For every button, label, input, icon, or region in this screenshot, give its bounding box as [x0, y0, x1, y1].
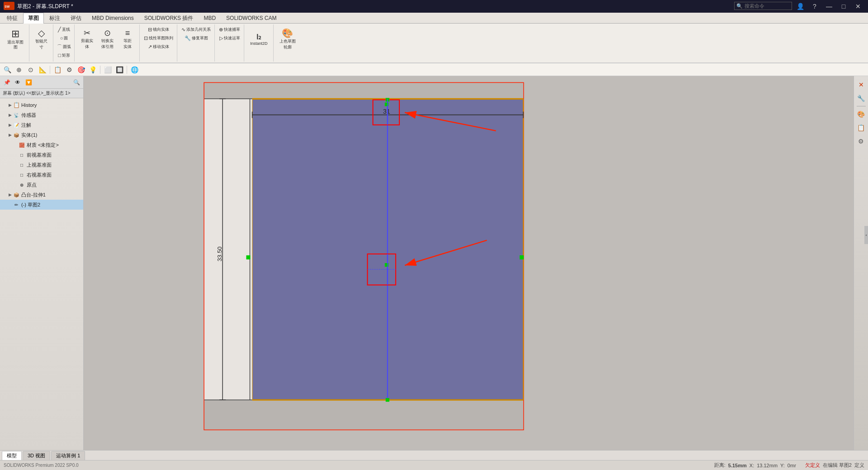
- sensor-icon: 📡: [13, 111, 20, 119]
- quick-group: ⊕ 快速捕草 ▷ 快速运草: [215, 24, 244, 62]
- exit-sketch-group: ⊞ 退出草图图: [2, 24, 29, 62]
- svg-text:33.50: 33.50: [216, 246, 223, 261]
- quick-snap-button[interactable]: ⊕ 快速捕草: [217, 25, 242, 34]
- tab-features[interactable]: 特征: [2, 13, 23, 24]
- sketch2-icon: ✏: [13, 201, 20, 208]
- exit-sketch-button[interactable]: ⊞ 退出草图图: [5, 25, 26, 53]
- svg-rect-36: [520, 255, 524, 259]
- circle-button[interactable]: ○ 圆: [56, 34, 72, 42]
- search-box[interactable]: 🔍: [734, 2, 792, 10]
- instant2d-group: I₂ Instant2D: [245, 24, 274, 62]
- origin-icon: ⊕: [18, 181, 25, 188]
- view-orient-button[interactable]: 🔍: [2, 65, 13, 75]
- svg-rect-35: [246, 255, 250, 259]
- canvas-area[interactable]: 31 33.50: [84, 76, 854, 450]
- status-bar: SOLIDWORKS Premium 2022 SP0.0 距离: 5.15mm…: [0, 460, 868, 470]
- tab-model[interactable]: 模型: [2, 451, 22, 460]
- tree-item-solid[interactable]: ▶ 📦 实体(1): [0, 130, 83, 140]
- tab-motion[interactable]: 运动算例 1: [51, 451, 85, 460]
- view-sep-1: [50, 66, 50, 74]
- tab-mbd-dimensions[interactable]: MBD Dimensions: [87, 13, 139, 23]
- view-layers-button[interactable]: 📋: [52, 65, 63, 75]
- tree-item-front[interactable]: □ 前视基准面: [0, 150, 83, 160]
- tree-item-sketch2[interactable]: ✏ (-) 草图2: [0, 200, 83, 210]
- svg-rect-10: [204, 400, 523, 429]
- view-toolbar: 🔍 ⊕ ⊙ 📐 📋 ⚙ 🎯 💡 ⬜ 🔲 🌐: [0, 63, 868, 76]
- history-icon: 📋: [13, 101, 20, 109]
- front-plane-icon: □: [18, 151, 25, 158]
- sw-version: SOLIDWORKS Premium 2022 SP0.0: [4, 463, 79, 468]
- minimize-button[interactable]: —: [823, 2, 835, 11]
- tree-item-material[interactable]: 🧱 材质 <未指定>: [0, 140, 83, 150]
- mirror-icon: ⊟: [148, 27, 152, 33]
- view-measure-button[interactable]: 📐: [37, 65, 48, 75]
- tree-item-boss[interactable]: ▶ 📦 凸台-拉伸1: [0, 190, 83, 200]
- tree-item-top[interactable]: □ 上视基准面: [0, 160, 83, 170]
- view-light-button[interactable]: 💡: [87, 65, 98, 75]
- view-display-button[interactable]: ⬜: [102, 65, 113, 75]
- rp-gear-button[interactable]: ⚙: [855, 135, 867, 147]
- main-area: 📌 👁 🔽 🔍 屏幕 (默认) <<默认>_显示状态 1> ▶ 📋 Histor…: [0, 76, 868, 450]
- offset-button[interactable]: ≡ 等距实体: [118, 25, 138, 53]
- view-target-button[interactable]: 🎯: [76, 65, 86, 75]
- right-plane-icon: □: [18, 171, 25, 178]
- tab-3d-view[interactable]: 3D 视图: [23, 451, 50, 460]
- rp-settings-button[interactable]: 🔧: [855, 92, 867, 104]
- rp-close-button[interactable]: ✕: [855, 79, 867, 91]
- rp-color-button[interactable]: 🎨: [855, 108, 867, 120]
- quick-run-button[interactable]: ▷ 快速运草: [217, 34, 242, 42]
- rp-clip-button[interactable]: 📋: [855, 122, 867, 134]
- sidebar-filter-button[interactable]: 🔽: [24, 78, 33, 87]
- relations-group: ∿ 添加几何关系 🔧 修复草图: [178, 24, 215, 62]
- tab-sw-plugins[interactable]: SOLIDWORKS 插件: [139, 13, 199, 24]
- view-settings-button[interactable]: ⚙: [64, 65, 75, 75]
- close-button[interactable]: ✕: [852, 2, 864, 11]
- tab-mbd[interactable]: MBD: [199, 13, 221, 23]
- instant2d-button[interactable]: I₂ Instant2D: [247, 25, 270, 53]
- tree-item-sensor[interactable]: ▶ 📡 传感器: [0, 110, 83, 120]
- linear-array-button[interactable]: ⊡ 线性草图阵列: [142, 34, 175, 42]
- add-relations-button[interactable]: ∿ 添加几何关系: [180, 25, 213, 34]
- trim-button[interactable]: ✂ 剪裁实体: [77, 25, 97, 53]
- view-zoom-button[interactable]: ⊕: [14, 65, 24, 75]
- color-sketch-icon: 🎨: [282, 28, 293, 38]
- view-grid-button[interactable]: 🔲: [114, 65, 125, 75]
- y-value: 0mr: [787, 463, 796, 468]
- rect-button[interactable]: □ 矩形: [56, 51, 72, 59]
- user-icon[interactable]: 👤: [794, 2, 806, 11]
- sidebar-eye-button[interactable]: 👁: [13, 78, 23, 87]
- maximize-button[interactable]: □: [837, 2, 850, 11]
- tree-item-notes[interactable]: ▶ 📝 注解: [0, 120, 83, 130]
- repair-sketch-button[interactable]: 🔧 修复草图: [180, 34, 213, 42]
- color-sketch-button[interactable]: 🎨 上色草图轮廓: [277, 25, 299, 53]
- tab-evaluate[interactable]: 评估: [66, 13, 86, 24]
- tab-sw-cam[interactable]: SOLIDWORKS CAM: [221, 13, 281, 23]
- view-pan-button[interactable]: ⊙: [25, 65, 36, 75]
- convert-button[interactable]: ⊙ 转换实体引用: [97, 25, 117, 53]
- help-icon[interactable]: ?: [808, 2, 821, 11]
- tree-item-origin[interactable]: ⊕ 原点: [0, 180, 83, 190]
- draw-tools-group: ╱ 直线 ○ 圆 ⌒ 圆弧 □ 矩形: [54, 24, 75, 62]
- move-entity-button[interactable]: ↗ 移动实体: [142, 43, 175, 51]
- sidebar-pin-button[interactable]: 📌: [2, 78, 12, 87]
- smart-dim-group: ◇ 智能尺寸: [30, 24, 53, 62]
- color-sketch-group: 🎨 上色草图轮廓: [274, 24, 301, 62]
- view-scene-button[interactable]: 🌐: [129, 65, 140, 75]
- search-input[interactable]: [745, 3, 790, 9]
- tree-item-history[interactable]: ▶ 📋 History: [0, 100, 83, 110]
- tab-sketch[interactable]: 草图: [23, 13, 44, 24]
- feature-tree: ▶ 📋 History ▶ 📡 传感器 ▶ 📝 注解 ▶ 📦 实体(1): [0, 98, 83, 450]
- status-section-center: 距离: 5.15mm X: 13.12mm Y: 0mr: [714, 462, 796, 469]
- tab-annotation[interactable]: 标注: [44, 13, 65, 24]
- sidebar-search-button[interactable]: 🔍: [71, 78, 81, 87]
- tree-item-right[interactable]: □ 右视基准面: [0, 170, 83, 180]
- rp-sep-1: [857, 106, 866, 106]
- svg-rect-9: [204, 83, 523, 99]
- arc-button[interactable]: ⌒ 圆弧: [56, 43, 72, 51]
- line-button[interactable]: ╱ 直线: [56, 25, 72, 34]
- material-icon: 🧱: [18, 141, 25, 149]
- smart-dim-button[interactable]: ◇ 智能尺寸: [33, 25, 50, 53]
- view-sep-2: [100, 66, 100, 74]
- mirror-button[interactable]: ⊟ 镜向实体: [142, 25, 175, 34]
- right-panel: ✕ 🔧 🎨 📋 ⚙: [854, 76, 868, 450]
